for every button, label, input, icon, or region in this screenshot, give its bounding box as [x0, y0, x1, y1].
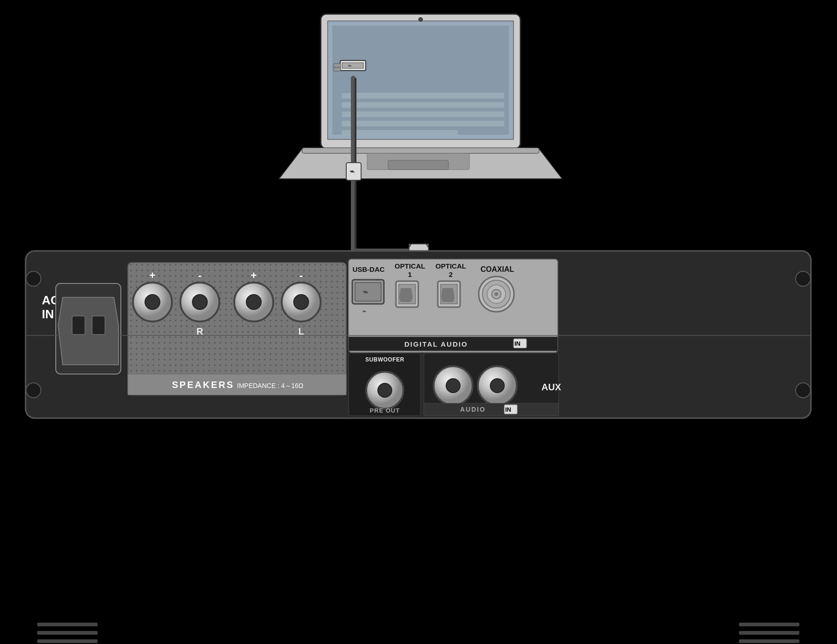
svg-point-65: [378, 383, 392, 397]
svg-rect-3: [302, 148, 539, 153]
subwoofer-label: SUBWOOFER: [365, 356, 404, 363]
svg-text:-: -: [198, 269, 201, 281]
pre-out-section: SUBWOOFER PRE OUT: [349, 353, 421, 416]
laptop-illustration: [279, 14, 562, 179]
amplifier-body: AC IN +: [26, 251, 811, 418]
svg-point-45: [294, 295, 309, 309]
svg-rect-14: [342, 63, 363, 68]
svg-point-59: [494, 292, 498, 296]
svg-rect-77: [739, 623, 799, 626]
aux-label: AUX: [541, 382, 561, 392]
svg-text:+: +: [251, 269, 257, 281]
svg-rect-49: [355, 283, 381, 301]
speakers-section: + - R + - L: [128, 263, 346, 395]
digital-in-badge: IN: [514, 340, 521, 347]
svg-rect-76: [37, 639, 98, 643]
optical1-num: 1: [408, 270, 412, 278]
svg-rect-75: [37, 631, 98, 635]
diagram-canvas: ⌁ ⌁: [0, 0, 837, 644]
svg-point-70: [490, 379, 504, 393]
svg-point-6: [418, 17, 423, 22]
bottom-lines-left: [37, 623, 98, 643]
audio-in-label: AUDIO: [460, 406, 486, 413]
usb-dac-label: USB-DAC: [352, 265, 384, 273]
svg-point-68: [446, 379, 460, 393]
svg-text:+: +: [150, 269, 156, 281]
svg-rect-74: [37, 623, 98, 626]
svg-text:⌁: ⌁: [348, 62, 352, 69]
svg-rect-79: [739, 639, 799, 643]
screw-left-bottom: [26, 383, 41, 398]
svg-rect-71: [424, 403, 559, 416]
svg-text:⌁: ⌁: [349, 167, 355, 176]
digital-audio-label: DIGITAL AUDIO: [404, 340, 468, 348]
pre-out-label: PRE OUT: [370, 407, 400, 414]
svg-rect-5: [388, 160, 448, 170]
svg-text:-: -: [299, 269, 303, 281]
screw-left-top: [26, 271, 41, 286]
svg-point-36: [145, 295, 160, 309]
digital-audio-section: USB-DAC OPTICAL 1 OPTICAL 2 COAXIAL ⌁: [349, 259, 558, 352]
impedance-label: IMPEDANCE : 4～16Ω: [237, 382, 303, 389]
optical1-label: OPTICAL: [395, 262, 425, 270]
svg-rect-17: [334, 67, 341, 71]
svg-rect-78: [739, 631, 799, 635]
bottom-lines-right: [739, 623, 799, 643]
terminal-r-label: R: [197, 326, 204, 336]
audio-in-badge: IN: [505, 406, 511, 413]
screw-right-bottom: [796, 383, 811, 398]
screw-right-top: [796, 271, 811, 286]
svg-text:⌁: ⌁: [362, 307, 367, 315]
svg-rect-12: [342, 130, 458, 136]
svg-rect-30: [92, 316, 105, 335]
svg-rect-8: [342, 93, 504, 99]
ac-in-label-line2: IN: [42, 307, 54, 321]
svg-rect-16: [334, 64, 341, 67]
svg-rect-29: [72, 316, 85, 335]
svg-rect-10: [342, 112, 504, 117]
optical2-num: 2: [449, 270, 453, 278]
audio-in-section: R L AUX AUDIO IN: [424, 353, 561, 416]
svg-point-39: [192, 295, 207, 309]
svg-rect-11: [342, 121, 504, 126]
svg-point-42: [246, 295, 261, 309]
speakers-label: SPEAKERS: [172, 380, 234, 390]
svg-rect-9: [342, 102, 504, 108]
coaxial-label: COAXIAL: [481, 265, 514, 273]
svg-text:⌁: ⌁: [362, 287, 368, 297]
optical2-label: OPTICAL: [435, 262, 466, 270]
terminal-l-label: L: [298, 326, 304, 336]
